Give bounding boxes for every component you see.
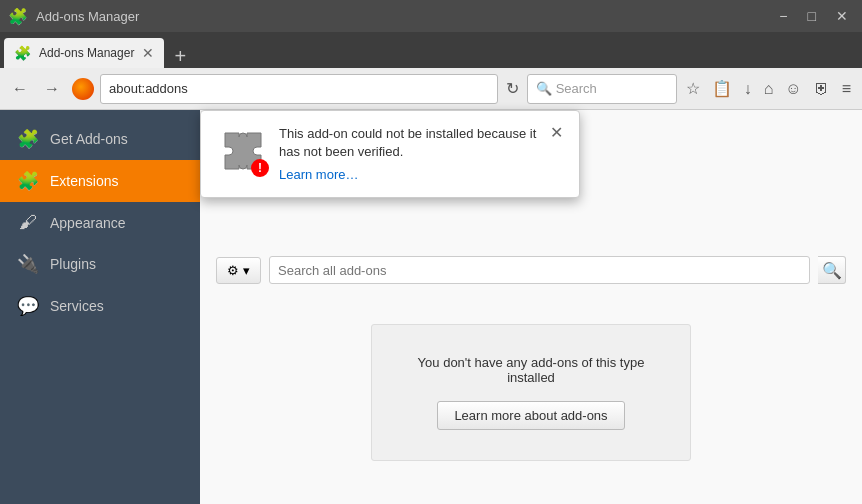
popup-close-button[interactable]: ✕ [550,125,563,141]
reload-button[interactable]: ↻ [502,75,523,102]
learn-more-addons-button[interactable]: Learn more about add-ons [437,401,624,430]
nav-bar: ← → about:addons ↻ 🔍 Search ☆ 📋 ↓ ⌂ ☺ ⛨ … [0,68,862,110]
sidebar-label-plugins: Plugins [50,256,96,272]
new-tab-button[interactable]: + [168,45,192,68]
user-button[interactable]: ☺ [780,75,806,102]
addon-toolbar: ⚙ ▾ 🔍 [216,256,846,284]
back-button[interactable]: ← [6,76,34,102]
main-layout: 🧩 Get Add-ons 🧩 Extensions 🖌 Appearance … [0,110,862,504]
title-bar: 🧩 Add-ons Manager − □ ✕ [0,0,862,32]
search-addons-input[interactable] [269,256,810,284]
popup-message: This add-on could not be installed becau… [279,125,538,161]
firefox-icon [72,78,94,100]
window-title: Add-ons Manager [36,9,139,24]
close-window-button[interactable]: ✕ [830,6,854,26]
content-area: ! This add-on could not be installed bec… [200,110,862,504]
menu-button[interactable]: ≡ [837,75,856,102]
popup-icon-area: ! [217,125,267,175]
sidebar-item-get-addons[interactable]: 🧩 Get Add-ons [0,118,200,160]
address-text: about:addons [109,81,489,96]
maximize-button[interactable]: □ [802,6,822,26]
app-icon: 🧩 [8,7,28,26]
nav-icons: ☆ 📋 ↓ ⌂ ☺ ⛨ ≡ [681,75,856,102]
shield-button[interactable]: ⛨ [809,75,835,102]
search-addons-icon: 🔍 [822,261,842,280]
download-button[interactable]: ↓ [739,75,757,102]
error-badge: ! [251,159,269,177]
services-icon: 💬 [16,295,40,317]
sidebar-label-get-addons: Get Add-ons [50,131,128,147]
tab-close-button[interactable]: ✕ [142,45,154,61]
bookmark-button[interactable]: ☆ [681,75,705,102]
empty-message: You don't have any add-ons of this type … [392,355,670,385]
sidebar-label-services: Services [50,298,104,314]
search-placeholder: Search [556,81,597,96]
gear-arrow-icon: ▾ [243,263,250,278]
active-tab[interactable]: 🧩 Add-ons Manager ✕ [4,38,164,68]
tab-icon: 🧩 [14,45,31,61]
pocket-button[interactable]: 📋 [707,75,737,102]
sidebar: 🧩 Get Add-ons 🧩 Extensions 🖌 Appearance … [0,110,200,504]
plugins-icon: 🔌 [16,253,40,275]
window-controls: − □ ✕ [773,6,854,26]
extensions-icon: 🧩 [16,170,40,192]
popup-learn-more-link[interactable]: Learn more… [279,167,358,182]
popup-notification: ! This add-on could not be installed bec… [200,110,580,198]
search-icon: 🔍 [536,81,552,96]
sidebar-item-services[interactable]: 💬 Services [0,285,200,327]
search-addons-button[interactable]: 🔍 [818,256,846,284]
sidebar-label-extensions: Extensions [50,173,118,189]
appearance-icon: 🖌 [16,212,40,233]
gear-icon: ⚙ [227,263,239,278]
sidebar-label-appearance: Appearance [50,215,126,231]
home-button[interactable]: ⌂ [759,75,779,102]
search-box[interactable]: 🔍 Search [527,74,677,104]
get-addons-icon: 🧩 [16,128,40,150]
sidebar-item-appearance[interactable]: 🖌 Appearance [0,202,200,243]
tab-label: Add-ons Manager [39,46,134,60]
sidebar-item-extensions[interactable]: 🧩 Extensions [0,160,200,202]
forward-button[interactable]: → [38,76,66,102]
empty-state: You don't have any add-ons of this type … [371,324,691,461]
address-bar[interactable]: about:addons [100,74,498,104]
popup-content: This add-on could not be installed becau… [279,125,538,183]
gear-button[interactable]: ⚙ ▾ [216,257,261,284]
minimize-button[interactable]: − [773,6,793,26]
sidebar-item-plugins[interactable]: 🔌 Plugins [0,243,200,285]
tab-bar: 🧩 Add-ons Manager ✕ + [0,32,862,68]
